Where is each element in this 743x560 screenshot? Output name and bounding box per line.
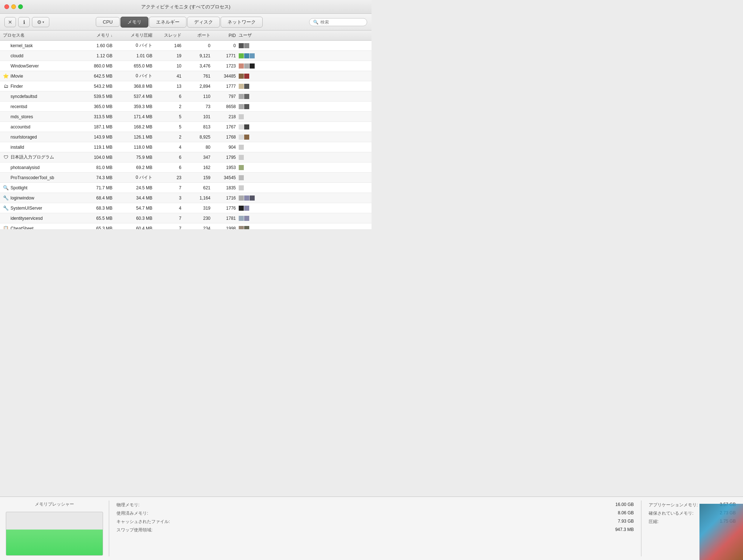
cell-pid: 1953: [213, 165, 239, 170]
cell-ports: 347: [184, 155, 213, 160]
gear-button[interactable]: ⚙ ▾: [32, 17, 49, 27]
user-color-block: [239, 145, 244, 150]
user-blocks: [239, 94, 249, 99]
user-color-block: [250, 63, 255, 69]
table-row[interactable]: installd 119.1 MB 118.0 MB 4 80 904: [0, 142, 372, 152]
user-blocks: [239, 104, 249, 109]
user-color-block: [239, 84, 244, 89]
table-row[interactable]: mds_stores 313.5 MB 171.4 MB 5 101 218: [0, 112, 372, 122]
search-input[interactable]: [320, 20, 363, 25]
cell-process-name: identityservicesd: [3, 215, 75, 221]
user-color-block: [239, 74, 244, 79]
col-header-pid[interactable]: PID: [213, 33, 239, 38]
window-title: アクティビティモニタ (すべてのプロセス): [141, 4, 230, 10]
cell-threads: 2: [155, 104, 184, 109]
cell-process-name: accountsd: [3, 124, 75, 130]
col-header-user[interactable]: ユーザ: [239, 32, 369, 38]
cell-pid: 1723: [213, 63, 239, 69]
cell-user: [239, 114, 369, 119]
tab-energy[interactable]: エネルギー: [149, 17, 186, 28]
cell-process-name: nsurlstoraged: [3, 134, 75, 140]
cell-memcomp: 69.2 MB: [115, 165, 155, 170]
table-row[interactable]: accountsd 187.1 MB 168.2 MB 5 813 1767: [0, 122, 372, 132]
toolbar-left: ✕ ℹ ⚙ ▾: [4, 17, 49, 27]
cell-process-name: 📋 CheatSheet: [3, 226, 75, 230]
table-row[interactable]: 🔧 loginwindow 68.4 MB 34.4 MB 3 1,164 17…: [0, 193, 372, 203]
user-color-block: [244, 43, 249, 48]
info-button[interactable]: ℹ: [18, 17, 30, 27]
col-header-process[interactable]: プロセス名: [3, 32, 75, 38]
cell-memcomp: 655.0 MB: [115, 63, 155, 69]
cell-pid: 904: [213, 145, 239, 150]
table-row[interactable]: 🛡 日本語入力プログラム 104.0 MB 75.9 MB 6 347 1795: [0, 152, 372, 162]
table-row[interactable]: kernel_task 1.60 GB 0 バイト 146 0 0: [0, 41, 372, 51]
stop-icon: ✕: [8, 19, 12, 25]
col-header-thread[interactable]: スレッド: [155, 32, 184, 38]
process-icon: [3, 114, 9, 120]
maximize-button[interactable]: [18, 4, 23, 9]
cell-threads: 23: [155, 175, 184, 180]
cell-user: [239, 94, 369, 99]
cell-threads: 4: [155, 145, 184, 150]
cell-threads: 19: [155, 53, 184, 58]
cell-user: [239, 74, 369, 79]
cell-pid: 34485: [213, 74, 239, 79]
content-area: プロセス名 メモリ ↓ メモリ圧縮 スレッド ポート PID ユーザ: [0, 30, 372, 280]
tab-memory[interactable]: メモリ: [120, 17, 148, 28]
process-icon: ⭐: [3, 73, 9, 79]
table-row[interactable]: nsurlstoraged 143.9 MB 126.1 MB 2 8,925 …: [0, 132, 372, 142]
cell-user: [239, 195, 369, 201]
user-blocks: [239, 124, 249, 129]
cell-memcomp: 60.4 MB: [115, 226, 155, 230]
col-header-port[interactable]: ポート: [184, 32, 213, 38]
process-icon: 🔧: [3, 195, 9, 201]
cell-process-name: 🔧 loginwindow: [3, 195, 75, 201]
user-blocks: [239, 74, 249, 79]
cell-process-name: ProTranscoderTool_sb: [3, 175, 75, 181]
user-color-block: [244, 216, 249, 221]
cell-threads: 7: [155, 226, 184, 230]
cell-process-name: recentsd: [3, 104, 75, 110]
table-row[interactable]: ⭐ iMovie 642.5 MB 0 バイト 41 761 34485: [0, 71, 372, 81]
table-row[interactable]: 🔧 SystemUIServer 68.3 MB 54.7 MB 4 319 1…: [0, 203, 372, 213]
col-header-memcomp[interactable]: メモリ圧縮: [115, 32, 155, 38]
close-button[interactable]: [4, 4, 9, 9]
table-row[interactable]: recentsd 365.0 MB 359.3 MB 2 73 8658: [0, 102, 372, 112]
table-row[interactable]: 📋 CheatSheet 65.3 MB 60.4 MB 7 234 1998: [0, 223, 372, 229]
cell-memory: 119.1 MB: [75, 145, 115, 150]
cell-threads: 13: [155, 84, 184, 89]
cell-user: [239, 226, 369, 230]
table-row[interactable]: identityservicesd 65.5 MB 60.3 MB 7 230 …: [0, 213, 372, 223]
table-row[interactable]: 🔍 Spotlight 71.7 MB 24.5 MB 7 621 1835: [0, 183, 372, 193]
table-row[interactable]: 🗂 Finder 543.2 MB 368.8 MB 13 2,894 1777: [0, 81, 372, 91]
table-row[interactable]: syncdefaultsd 539.5 MB 537.4 MB 6 110 79…: [0, 91, 372, 102]
table-row[interactable]: cloudd 1.12 GB 1.01 GB 19 9,121 1771: [0, 51, 372, 61]
search-box[interactable]: 🔍: [309, 18, 367, 26]
search-icon: 🔍: [313, 20, 319, 25]
cell-ports: 2,894: [184, 84, 213, 89]
user-color-block: [244, 84, 249, 89]
tab-cpu[interactable]: CPU: [96, 17, 119, 27]
table-row[interactable]: WindowServer 860.0 MB 655.0 MB 10 3,476 …: [0, 61, 372, 71]
cell-pid: 1998: [213, 226, 239, 230]
cell-threads: 6: [155, 94, 184, 99]
stop-button[interactable]: ✕: [4, 17, 16, 27]
tab-network[interactable]: ネットワーク: [221, 17, 263, 28]
user-color-block: [239, 195, 244, 201]
cell-pid: 8658: [213, 104, 239, 109]
cell-ports: 813: [184, 124, 213, 129]
cell-process-name: installd: [3, 144, 75, 150]
process-icon: [3, 63, 9, 69]
cell-pid: 1776: [213, 206, 239, 211]
minimize-button[interactable]: [11, 4, 16, 9]
tab-disk[interactable]: ディスク: [187, 17, 220, 28]
table-row[interactable]: ProTranscoderTool_sb 74.3 MB 0 バイト 23 15…: [0, 173, 372, 183]
cell-process-name: cloudd: [3, 53, 75, 59]
table-row[interactable]: photoanalysisd 81.0 MB 69.2 MB 6 162 195…: [0, 162, 372, 173]
cell-threads: 6: [155, 155, 184, 160]
chevron-down-icon: ▾: [42, 20, 44, 24]
user-color-block: [244, 135, 249, 140]
user-blocks: [239, 216, 249, 221]
col-header-memory[interactable]: メモリ ↓: [75, 32, 115, 38]
process-icon: 🛡: [3, 155, 9, 160]
